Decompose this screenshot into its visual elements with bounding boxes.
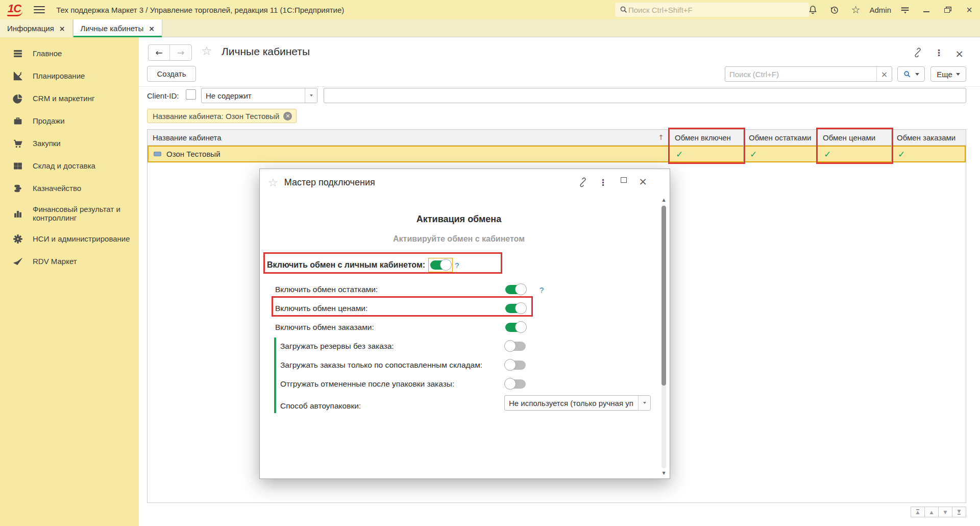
sidebar-item-treasury[interactable]: Казначейство <box>0 177 139 200</box>
favorite-star-icon[interactable]: ☆ <box>268 176 278 189</box>
get-link-icon[interactable] <box>578 177 588 187</box>
sidebar: Главное Планирование CRM и маркетинг Про… <box>0 37 139 526</box>
sidebar-item-sales[interactable]: Продажи <box>0 110 139 132</box>
topbar-icons: ☆ Admin × <box>802 0 980 19</box>
go-first-button[interactable]: ▲ <box>911 507 925 517</box>
swoosh-icon <box>11 255 24 268</box>
more-actions-icon[interactable]: ⋮ <box>935 47 943 58</box>
cart-icon <box>11 137 24 150</box>
setting-row-autopack-method: Способ автоупаковки: <box>280 397 361 415</box>
go-previous-button[interactable]: ▲ <box>924 507 939 517</box>
gear-icon <box>11 233 24 245</box>
toggle-load-orders-mapped[interactable] <box>504 359 527 371</box>
filter-chip[interactable]: Название кабинета: Озон Тестовый ✕ <box>147 109 297 123</box>
scroll-down-icon[interactable]: ▼ <box>660 471 667 475</box>
column-header-orders-exchange[interactable]: Обмен заказами <box>892 130 966 145</box>
tab-label: Информация <box>7 24 54 33</box>
cell-exchange-enabled: ✓ <box>670 146 744 162</box>
toggle-stocks-exchange[interactable] <box>504 283 527 296</box>
forward-button[interactable]: → <box>170 45 191 60</box>
current-user[interactable]: Admin <box>866 6 894 14</box>
sidebar-item-financial-result[interactable]: Финансовый результат и контроллинг <box>0 200 139 228</box>
help-link[interactable]: ? <box>540 285 544 294</box>
cell-stocks-exchange: ✓ <box>744 146 818 162</box>
history-icon[interactable] <box>823 0 845 19</box>
sidebar-item-planning[interactable]: Планирование <box>0 65 139 87</box>
column-header-name[interactable]: Название кабинета ↑ <box>148 130 670 145</box>
global-search-input[interactable] <box>628 6 805 14</box>
client-id-value-input[interactable] <box>324 88 966 103</box>
go-next-button[interactable]: ▼ <box>938 507 952 517</box>
pie-chart-icon <box>11 92 24 105</box>
table-row-ozon-test[interactable]: Озон Тестовый ✓ ✓ ✓ ✓ <box>148 146 966 162</box>
setting-row-prices-exchange: Включить обмен ценами: <box>275 299 653 318</box>
tab-personal-cabinets[interactable]: Личные кабинеты × <box>73 19 162 37</box>
favorite-star-icon[interactable]: ☆ <box>201 44 212 58</box>
dialog-scrollbar[interactable]: ▲ ▼ <box>660 198 667 475</box>
close-form-icon[interactable]: × <box>955 47 964 60</box>
autopack-value: Не используется (только ручная уп <box>505 396 638 410</box>
column-label: Обмен остатками <box>749 133 811 142</box>
tab-close-icon[interactable]: × <box>149 25 155 33</box>
briefcase-icon <box>11 115 24 127</box>
main-menu-icon[interactable] <box>34 4 45 15</box>
user-menu-icon[interactable] <box>894 0 916 19</box>
dialog-header[interactable]: ☆ Мастер подключения ⋮ × <box>260 169 670 196</box>
minimize-icon[interactable] <box>916 0 937 19</box>
toggle-orders-exchange[interactable] <box>504 321 527 333</box>
scrollbar-thumb[interactable] <box>662 206 666 386</box>
clear-search-icon[interactable]: × <box>876 67 892 81</box>
sidebar-item-main[interactable]: Главное <box>0 42 139 65</box>
back-button[interactable]: ← <box>149 45 170 60</box>
more-button[interactable]: Еще <box>930 66 966 82</box>
chevron-down-icon <box>956 73 960 76</box>
sidebar-item-crm[interactable]: CRM и маркетинг <box>0 87 139 110</box>
sidebar-item-warehouse[interactable]: Склад и доставка <box>0 155 139 177</box>
setting-label: Включить обмен заказами: <box>275 323 374 332</box>
toggle-enable-exchange[interactable] <box>429 259 452 271</box>
combo-dropdown-button[interactable] <box>638 396 650 410</box>
toggle-ship-cancelled[interactable] <box>504 378 527 390</box>
restore-window-icon[interactable] <box>937 0 959 19</box>
tab-information[interactable]: Информация × <box>0 19 73 37</box>
create-button[interactable]: Создать <box>147 66 196 82</box>
column-header-exchange-enabled[interactable]: Обмен включен <box>670 130 744 145</box>
sidebar-item-label: Главное <box>33 49 62 58</box>
client-id-checkbox[interactable] <box>186 89 196 100</box>
condition-combobox[interactable]: Не содержит <box>201 88 317 103</box>
setting-label: Включить обмен с личным кабинетом: <box>267 260 425 270</box>
more-actions-icon[interactable]: ⋮ <box>599 177 607 187</box>
combo-dropdown-button[interactable] <box>305 88 317 103</box>
checkmark-icon: ✓ <box>676 149 683 159</box>
autopack-combobox[interactable]: Не используется (только ручная уп <box>504 395 651 411</box>
tab-bar: Информация × Личные кабинеты × <box>0 19 980 37</box>
get-link-icon[interactable] <box>913 47 923 58</box>
remove-filter-icon[interactable]: ✕ <box>283 112 292 121</box>
favorites-star-icon[interactable]: ☆ <box>845 0 866 19</box>
top-bar: 1С Тех поддержка Маркет 3 / Управление т… <box>0 0 980 19</box>
search-button[interactable] <box>897 66 925 82</box>
global-search[interactable] <box>615 3 809 17</box>
filter-chip-label: Название кабинета: Озон Тестовый <box>153 112 279 121</box>
scroll-up-icon[interactable]: ▲ <box>660 198 667 202</box>
sidebar-item-nsi-admin[interactable]: НСИ и администрирование <box>0 228 139 250</box>
sidebar-item-label: НСИ и администрирование <box>33 234 130 243</box>
close-dialog-icon[interactable]: × <box>639 175 647 187</box>
sidebar-item-purchases[interactable]: Закупки <box>0 132 139 155</box>
close-window-icon[interactable]: × <box>959 0 980 19</box>
help-link[interactable]: ? <box>455 261 459 270</box>
setting-label: Загружать заказы только по сопоставленны… <box>280 361 482 370</box>
chevron-down-icon <box>310 94 313 97</box>
notifications-bell-icon[interactable] <box>802 0 823 19</box>
toggle-prices-exchange[interactable] <box>504 302 527 315</box>
go-last-button[interactable]: ▼ <box>952 507 966 517</box>
sidebar-item-rdv-market[interactable]: RDV Маркет <box>0 250 139 273</box>
list-search-input[interactable] <box>725 70 876 79</box>
tab-close-icon[interactable]: × <box>59 25 65 33</box>
toggle-load-reserves[interactable] <box>504 340 527 352</box>
column-header-stocks-exchange[interactable]: Обмен остатками <box>744 130 818 145</box>
sidebar-item-label: CRM и маркетинг <box>33 94 94 103</box>
column-header-prices-exchange[interactable]: Обмен ценами <box>818 130 892 145</box>
maximize-icon[interactable] <box>621 177 627 183</box>
setting-label: Включить обмен остатками: <box>275 285 378 294</box>
